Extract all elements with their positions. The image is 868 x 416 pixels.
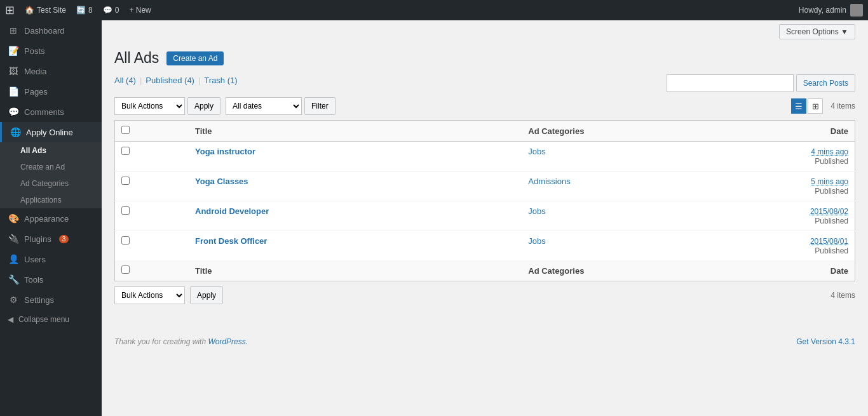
row-checkbox[interactable] <box>121 147 130 155</box>
tablenav-top: Bulk Actions Move to Trash Apply All dat… <box>114 97 855 115</box>
wp-logo[interactable]: ⊞ <box>5 3 15 17</box>
bulk-actions-dropdown[interactable]: Bulk Actions Move to Trash <box>114 97 185 115</box>
filter-all[interactable]: All (4) <box>114 76 136 85</box>
submenu-item-create-ad[interactable]: Create an Ad <box>0 159 102 175</box>
row-checkbox[interactable] <box>121 206 130 215</box>
category-link[interactable]: Jobs <box>528 206 545 216</box>
sidebar-item-settings[interactable]: ⚙ Settings <box>0 290 102 310</box>
table-row: Front Desk Officer Jobs 2015/08/01 Publi… <box>115 231 855 261</box>
post-title-link[interactable]: Yoga Classes <box>195 177 248 186</box>
plugins-icon: 🔌 <box>8 234 19 244</box>
search-input[interactable] <box>667 74 794 92</box>
footer-text: Thank you for creating with WordPress. <box>114 337 248 346</box>
updates-icon: 🔄 <box>76 6 86 15</box>
grid-view-icon[interactable]: ⊞ <box>808 98 823 114</box>
avatar <box>850 4 863 17</box>
sidebar-item-media[interactable]: 🖼 Media <box>0 61 102 81</box>
th-title-foot: Title <box>189 260 522 281</box>
items-count-bottom: 4 items <box>831 291 855 300</box>
post-title-link[interactable]: Android Developer <box>195 206 269 216</box>
th-checkbox-foot <box>115 260 189 281</box>
table-row: Android Developer Jobs 2015/08/02 Publis… <box>115 201 855 231</box>
updates-count[interactable]: 🔄 8 <box>76 6 93 15</box>
bulk-actions-dropdown-bottom[interactable]: Bulk Actions Move to Trash <box>114 286 185 304</box>
date-link[interactable]: 2015/08/01 <box>810 237 848 246</box>
th-categories: Ad Categories <box>522 121 744 142</box>
home-icon: 🏠 <box>25 6 34 15</box>
category-link[interactable]: Jobs <box>528 236 545 246</box>
site-name[interactable]: 🏠 Test Site <box>25 6 66 15</box>
apply-button-top[interactable]: Apply <box>187 97 220 115</box>
th-categories-foot: Ad Categories <box>522 260 744 281</box>
screen-options-button[interactable]: Screen Options ▼ <box>779 24 855 39</box>
dashboard-icon: ⊞ <box>8 25 19 36</box>
submenu-item-ad-categories[interactable]: Ad Categories <box>0 175 102 192</box>
comments-menu-icon: 💬 <box>8 107 19 117</box>
table-row: Yoga Classes Admissions 5 mins ago Publi… <box>115 171 855 201</box>
post-title-link[interactable]: Yoga instructor <box>195 147 255 156</box>
select-all-checkbox-top[interactable] <box>121 126 130 134</box>
table-row: Yoga instructor Jobs 4 mins ago Publishe… <box>115 142 855 171</box>
bulk-actions-select[interactable]: Bulk Actions Move to Trash <box>114 97 185 115</box>
comments-icon: 💬 <box>103 6 112 15</box>
search-posts-button[interactable]: Search Posts <box>796 74 855 92</box>
category-link[interactable]: Jobs <box>528 147 545 156</box>
create-ad-button[interactable]: Create an Ad <box>166 51 224 65</box>
sidebar-item-dashboard[interactable]: ⊞ Dashboard <box>0 20 102 41</box>
new-item[interactable]: + New <box>129 6 151 15</box>
howdy-text: Howdy, admin <box>799 4 863 17</box>
date-status: Published <box>815 217 848 225</box>
view-icons: ☰ ⊞ <box>791 98 823 114</box>
th-date-foot: Date <box>744 260 855 281</box>
appearance-icon: 🎨 <box>8 213 19 224</box>
pages-icon: 📄 <box>8 86 19 97</box>
sidebar-item-appearance[interactable]: 🎨 Appearance <box>0 208 102 229</box>
date-link[interactable]: 5 mins ago <box>811 177 848 186</box>
category-link[interactable]: Admissions <box>528 177 570 186</box>
th-checkbox <box>115 121 189 142</box>
th-date: Date <box>744 121 855 142</box>
collapse-menu[interactable]: ◀ Collapse menu <box>0 310 102 329</box>
sidebar-item-tools[interactable]: 🔧 Tools <box>0 269 102 290</box>
settings-icon: ⚙ <box>8 295 19 305</box>
sidebar-item-users[interactable]: 👤 Users <box>0 249 102 269</box>
sidebar-item-posts[interactable]: 📝 Posts <box>0 41 102 61</box>
media-icon: 🖼 <box>8 66 19 76</box>
filter-links: All (4) | Published (4) | Trash (1) <box>114 76 238 85</box>
filter-trash[interactable]: Trash (1) <box>204 76 237 85</box>
list-view-icon[interactable]: ☰ <box>791 98 806 114</box>
dates-select[interactable]: All dates August 2015 <box>226 97 302 115</box>
dates-dropdown[interactable]: All dates August 2015 <box>226 97 302 115</box>
comments-count[interactable]: 💬 0 <box>103 6 119 15</box>
submenu-item-all-ads[interactable]: All Ads <box>0 142 102 159</box>
sidebar-item-apply-online[interactable]: 🌐 Apply Online <box>0 122 102 142</box>
row-checkbox[interactable] <box>121 236 130 245</box>
date-link[interactable]: 4 mins ago <box>811 147 848 156</box>
date-link[interactable]: 2015/08/02 <box>810 207 848 216</box>
posts-icon: 📝 <box>8 46 19 56</box>
items-count-top: 4 items <box>831 102 855 111</box>
th-title: Title <box>189 121 522 142</box>
ads-table: Title Ad Categories Date Yoga i <box>114 120 855 281</box>
plugins-badge: 3 <box>59 235 69 243</box>
submenu-item-applications[interactable]: Applications <box>0 192 102 208</box>
footer: Thank you for creating with WordPress. G… <box>102 330 868 354</box>
collapse-icon: ◀ <box>8 315 13 324</box>
filter-button[interactable]: Filter <box>304 97 336 115</box>
wp-link[interactable]: WordPress. <box>208 337 248 346</box>
date-status: Published <box>815 187 848 196</box>
users-icon: 👤 <box>8 254 19 264</box>
sidebar-item-comments[interactable]: 💬 Comments <box>0 102 102 122</box>
tools-icon: 🔧 <box>8 274 19 285</box>
date-status: Published <box>815 246 848 255</box>
sidebar-item-plugins[interactable]: 🔌 Plugins 3 <box>0 229 102 249</box>
date-status: Published <box>815 157 848 166</box>
version-link[interactable]: Get Version 4.3.1 <box>796 337 855 346</box>
filter-published[interactable]: Published (4) <box>146 76 194 85</box>
row-checkbox[interactable] <box>121 177 130 185</box>
post-title-link[interactable]: Front Desk Officer <box>195 236 267 246</box>
apply-button-bottom[interactable]: Apply <box>190 286 223 304</box>
page-title: All Ads <box>114 50 159 67</box>
sidebar-item-pages[interactable]: 📄 Pages <box>0 81 102 102</box>
select-all-checkbox-bottom[interactable] <box>121 265 130 274</box>
